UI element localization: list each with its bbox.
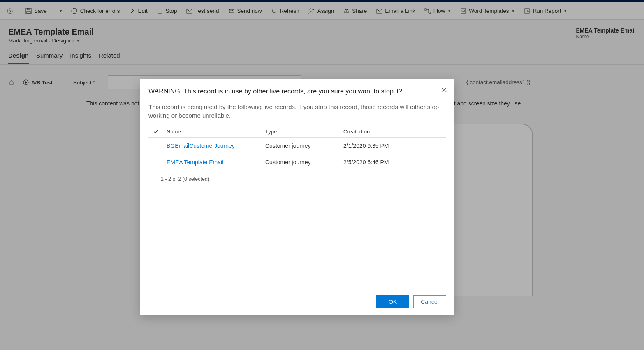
grid-header: Name Type Created on — [148, 126, 446, 138]
row-type: Customer journey — [262, 159, 340, 166]
modal-close-button[interactable] — [438, 84, 450, 96]
grid-row[interactable]: BGEmailCustomerJourney Customer journey … — [148, 138, 446, 154]
check-icon — [153, 129, 158, 134]
grid-header-check[interactable] — [148, 126, 163, 137]
grid-row[interactable]: EMEA Template Email Customer journey 2/5… — [148, 154, 446, 170]
row-name-link[interactable]: EMEA Template Email — [163, 159, 262, 166]
modal-description: This record is being used by the followi… — [148, 103, 446, 120]
grid-header-created[interactable]: Created on — [340, 126, 446, 137]
close-icon — [442, 87, 447, 92]
grid-header-type[interactable]: Type — [262, 126, 340, 137]
grid-header-name[interactable]: Name — [163, 126, 262, 137]
row-created: 2/1/2020 9:35 PM — [340, 142, 446, 149]
row-created: 2/5/2020 6:46 PM — [340, 159, 446, 166]
cancel-button[interactable]: Cancel — [413, 295, 446, 308]
warning-modal: WARNING: This record is in use by other … — [140, 79, 454, 315]
modal-title: WARNING: This record is in use by other … — [148, 88, 446, 95]
row-type: Customer journey — [262, 142, 340, 149]
row-name-link[interactable]: BGEmailCustomerJourney — [163, 142, 262, 149]
grid-footer: 1 - 2 of 2 (0 selected) — [148, 170, 446, 188]
ok-button[interactable]: OK — [376, 295, 409, 308]
modal-buttons: OK Cancel — [148, 295, 446, 308]
